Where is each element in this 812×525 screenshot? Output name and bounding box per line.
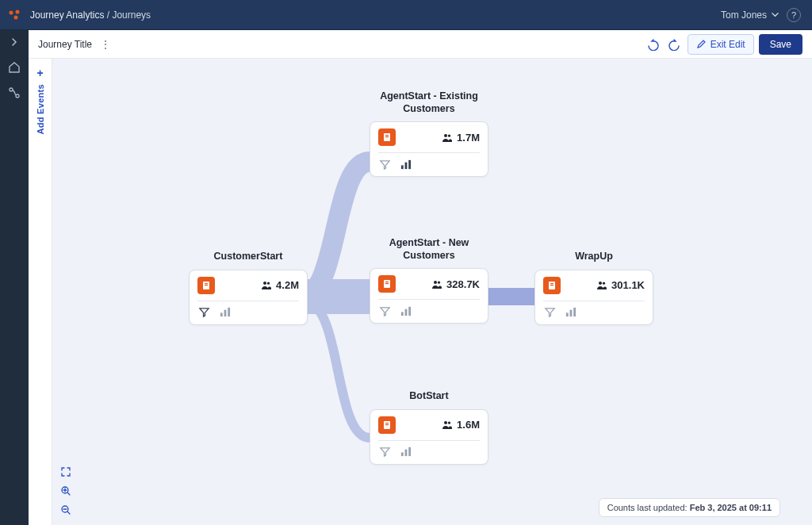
- svg-point-36: [448, 422, 450, 424]
- svg-rect-31: [408, 307, 411, 316]
- status-prefix: Counts last updated:: [607, 503, 688, 512]
- breadcrumb-product[interactable]: Journey Analytics: [30, 10, 104, 21]
- save-button[interactable]: Save: [759, 34, 802, 55]
- svg-rect-38: [404, 450, 407, 456]
- svg-point-2: [14, 15, 18, 19]
- chart-icon[interactable]: [399, 446, 412, 458]
- node-card: 301.1K: [534, 270, 653, 325]
- pencil-icon: [696, 40, 706, 49]
- event-type-badge: [378, 275, 396, 293]
- svg-point-27: [434, 281, 437, 284]
- filter-icon[interactable]: [378, 305, 391, 317]
- zoom-out-button[interactable]: [59, 503, 73, 517]
- filter-icon[interactable]: [543, 306, 556, 319]
- journey-title[interactable]: Journey Title: [38, 39, 92, 50]
- node-title: CustomerStart: [189, 251, 308, 263]
- save-label: Save: [770, 39, 791, 50]
- svg-point-20: [448, 134, 450, 136]
- counts-updated-badge: Counts last updated: Feb 3, 2025 at 09:1…: [599, 498, 780, 517]
- node-bot-start[interactable]: BotStart 1.6M: [370, 390, 488, 465]
- breadcrumb: Journey Analytics / Journeys: [30, 10, 151, 21]
- people-icon: [261, 280, 271, 290]
- svg-rect-21: [400, 165, 403, 169]
- node-card: 328.7K: [370, 268, 488, 324]
- node-title: AgentStart - Existing Customers: [370, 90, 488, 115]
- node-metric: 1.7M: [442, 132, 480, 144]
- fit-to-screen-button[interactable]: [59, 465, 73, 479]
- chevron-down-icon: [772, 11, 779, 18]
- help-button[interactable]: ?: [787, 8, 801, 22]
- chart-icon[interactable]: [218, 306, 231, 319]
- event-icon: [382, 279, 392, 289]
- exit-edit-button[interactable]: Exit Edit: [688, 34, 754, 55]
- left-nav: [0, 30, 29, 525]
- filter-icon[interactable]: [197, 306, 210, 319]
- node-title: WrapUp: [534, 251, 653, 263]
- svg-rect-18: [385, 136, 389, 137]
- svg-rect-46: [569, 310, 572, 316]
- svg-rect-13: [220, 313, 222, 317]
- undo-button[interactable]: [643, 34, 664, 55]
- event-icon: [201, 281, 211, 290]
- status-timestamp: Feb 3, 2025 at 09:11: [690, 503, 772, 512]
- app-header: Journey Analytics / Journeys Tom Jones ?: [0, 0, 812, 30]
- chart-icon[interactable]: [399, 305, 412, 317]
- filter-icon[interactable]: [378, 158, 391, 171]
- nav-home[interactable]: [7, 60, 21, 75]
- user-name: Tom Jones: [721, 10, 767, 21]
- svg-rect-47: [573, 308, 576, 316]
- svg-point-0: [10, 10, 13, 14]
- event-icon: [382, 420, 392, 430]
- event-type-badge: [378, 416, 396, 434]
- node-value: 4.2M: [276, 279, 299, 291]
- node-title: BotStart: [370, 390, 488, 403]
- svg-rect-45: [565, 313, 568, 317]
- node-card: 1.7M: [370, 121, 488, 177]
- add-events-rail[interactable]: + Add Events: [29, 59, 52, 525]
- svg-rect-42: [550, 285, 553, 285]
- svg-rect-9: [205, 283, 208, 284]
- chart-icon[interactable]: [564, 306, 576, 319]
- nav-journeys[interactable]: [7, 86, 21, 100]
- node-agent-new[interactable]: AgentStart - New Customers 328.7K: [370, 237, 488, 324]
- svg-rect-34: [385, 424, 389, 425]
- people-icon: [442, 132, 452, 143]
- node-metric: 328.7K: [431, 278, 480, 290]
- svg-rect-33: [385, 423, 389, 423]
- zoom-controls: [59, 465, 73, 517]
- people-icon: [431, 279, 442, 289]
- node-customer-start[interactable]: CustomerStart 4.2M: [189, 251, 308, 325]
- zoom-in-button[interactable]: [59, 484, 73, 498]
- node-metric: 301.1K: [596, 279, 645, 291]
- journey-canvas[interactable]: CustomerStart 4.2M AgentStart - Existing…: [52, 59, 812, 525]
- svg-rect-14: [224, 310, 226, 316]
- node-card: 1.6M: [370, 409, 488, 465]
- svg-rect-22: [404, 162, 407, 168]
- svg-rect-37: [400, 453, 403, 457]
- svg-rect-30: [404, 308, 407, 315]
- node-metric: 4.2M: [261, 279, 299, 291]
- user-menu[interactable]: Tom Jones: [721, 10, 779, 21]
- node-wrapup[interactable]: WrapUp 301.1K: [534, 251, 653, 325]
- redo-button[interactable]: [664, 34, 684, 55]
- node-value: 328.7K: [446, 278, 480, 290]
- node-metric: 1.6M: [442, 419, 480, 431]
- svg-point-3: [10, 88, 13, 91]
- node-agent-existing[interactable]: AgentStart - Existing Customers 1.7M: [370, 90, 488, 177]
- filter-icon[interactable]: [378, 446, 391, 458]
- chart-icon[interactable]: [399, 158, 412, 171]
- breadcrumb-page[interactable]: Journeys: [112, 10, 151, 21]
- svg-point-12: [267, 282, 270, 285]
- exit-edit-label: Exit Edit: [710, 39, 745, 50]
- journey-toolbar: Journey Title ⋮ Exit Edit Save: [29, 30, 812, 59]
- svg-point-1: [16, 10, 20, 13]
- journey-more-menu[interactable]: ⋮: [100, 38, 111, 51]
- add-events-label: Add Events: [36, 84, 45, 135]
- node-value: 1.7M: [457, 132, 480, 144]
- svg-rect-15: [228, 308, 230, 316]
- people-icon: [442, 420, 452, 430]
- svg-rect-17: [385, 135, 389, 136]
- nav-collapse-toggle[interactable]: [7, 35, 21, 49]
- svg-point-43: [599, 282, 602, 285]
- svg-point-35: [444, 421, 447, 424]
